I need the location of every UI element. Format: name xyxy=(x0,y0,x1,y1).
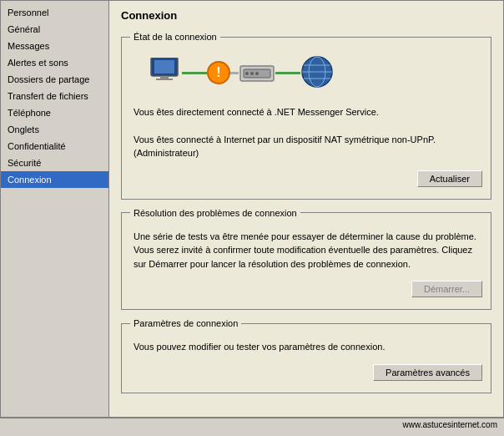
content-area: Connexion État de la connexion ! xyxy=(109,1,503,417)
sidebar-item-onglets[interactable]: Onglets xyxy=(1,121,108,138)
parametres-legend: Paramètres de connexion xyxy=(130,318,241,328)
parametres-section: Paramètres de connexion Vous pouvez modi… xyxy=(121,318,491,393)
demarrer-button[interactable]: Démarrer... xyxy=(411,281,482,297)
sidebar-item-personnel[interactable]: Personnel xyxy=(1,4,108,21)
page-title: Connexion xyxy=(121,9,491,25)
sidebar-item-confidentialite[interactable]: Confidentialité xyxy=(1,138,108,155)
warning-icon: ! xyxy=(207,61,230,84)
line-right xyxy=(275,72,300,74)
sidebar-item-telephone[interactable]: Téléphone xyxy=(1,104,108,121)
line-left xyxy=(182,72,207,74)
actualiser-button[interactable]: Actualiser xyxy=(417,170,482,187)
computer-icon xyxy=(147,58,182,88)
sidebar-item-general[interactable]: Général xyxy=(1,21,108,38)
connection-state-legend: État de la connexion xyxy=(130,32,220,42)
resolution-legend: Résolution des problèmes de connexion xyxy=(130,208,300,218)
resolution-text: Une série de tests va être menée pour es… xyxy=(130,223,482,278)
sidebar: Personnel Général Messages Alertes et so… xyxy=(1,1,109,417)
svg-point-6 xyxy=(245,72,249,75)
connection-text1: Vous êtes directement connecté à .NET Me… xyxy=(130,99,482,126)
svg-rect-2 xyxy=(160,76,169,79)
sidebar-item-dossiers[interactable]: Dossiers de partage xyxy=(1,71,108,88)
parametres-avances-button[interactable]: Paramètres avancés xyxy=(373,364,482,381)
connection-diagram: ! xyxy=(130,47,482,99)
sidebar-item-connexion[interactable]: Connexion xyxy=(1,171,108,188)
svg-rect-3 xyxy=(156,79,173,80)
sidebar-item-alertes[interactable]: Alertes et sons xyxy=(1,54,108,71)
connection-state-section: État de la connexion ! xyxy=(121,32,491,200)
line-middle xyxy=(230,72,239,74)
globe-icon xyxy=(300,55,334,90)
parametres-text: Vous pouvez modifier ou tester vos param… xyxy=(130,333,482,361)
watermark: www.astucesinternet.com xyxy=(0,418,504,431)
sidebar-item-transfert[interactable]: Transfert de fichiers xyxy=(1,88,108,104)
svg-point-8 xyxy=(255,72,259,75)
resolution-section: Résolution des problèmes de connexion Un… xyxy=(121,208,491,311)
sidebar-item-securite[interactable]: Sécurité xyxy=(1,155,108,171)
svg-rect-1 xyxy=(154,60,174,74)
sidebar-item-messages[interactable]: Messages xyxy=(1,38,108,54)
svg-point-7 xyxy=(250,72,254,75)
router-icon xyxy=(239,61,275,84)
connection-text2: Vous êtes connecté à Internet par un dis… xyxy=(130,126,482,167)
